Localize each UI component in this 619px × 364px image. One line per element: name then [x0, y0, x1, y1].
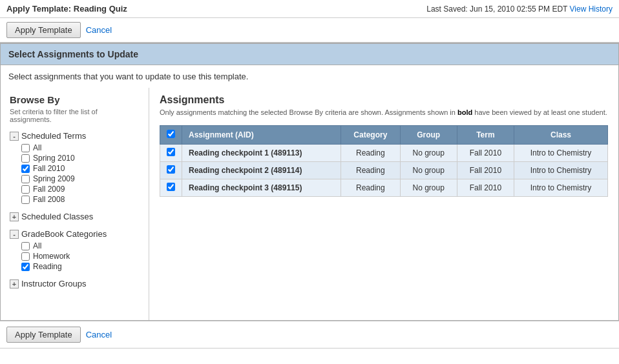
list-item: Fall 2010 [21, 164, 140, 173]
instructor-groups-section: + Instructor Groups [10, 279, 140, 288]
cancel-link-top[interactable]: Cancel [86, 25, 112, 35]
assignments-desc-end: have been viewed by at least one student… [472, 108, 607, 116]
category-cell: Reading [341, 162, 400, 179]
table-header-row: Assignment (AID) Category Group Term Cla… [160, 126, 608, 145]
row-checkbox[interactable] [167, 183, 175, 191]
list-item: All [21, 143, 140, 152]
assignments-desc-normal: Only assignments matching the selected B… [160, 108, 457, 116]
gradebook-categories-label: GradeBook Categories [21, 229, 107, 239]
instructor-groups-toggle: + [10, 279, 19, 288]
term-header: Term [457, 126, 514, 145]
term-fall2008-checkbox[interactable] [21, 196, 30, 204]
table-row: Reading checkpoint 2 (489114)ReadingNo g… [160, 162, 608, 179]
assignments-description: Only assignments matching the selected B… [160, 108, 608, 116]
assignment-name-cell: Reading checkpoint 1 (489113) [182, 145, 341, 162]
scheduled-classes-label: Scheduled Classes [21, 212, 93, 221]
term-spring2010-checkbox[interactable] [21, 154, 30, 163]
term-spring2009-label[interactable]: Spring 2009 [33, 174, 75, 183]
class-cell: Intro to Chemistry [514, 179, 607, 197]
browse-by-title: Browse By [10, 94, 140, 105]
group-header: Group [400, 126, 457, 145]
table-row: Reading checkpoint 3 (489115)ReadingNo g… [160, 179, 608, 197]
scheduled-classes-section: + Scheduled Classes [10, 212, 140, 221]
view-history-link[interactable]: View History [570, 5, 613, 14]
instructor-groups-header[interactable]: + Instructor Groups [10, 279, 140, 288]
select-all-checkbox[interactable] [167, 130, 175, 138]
row-checkbox[interactable] [167, 165, 175, 174]
scheduled-classes-header[interactable]: + Scheduled Classes [10, 212, 140, 221]
category-cell: Reading [341, 145, 400, 162]
list-item: All [21, 241, 140, 250]
list-item: Homework [21, 252, 140, 261]
category-homework-label[interactable]: Homework [33, 252, 70, 261]
assignments-title: Assignments [160, 94, 608, 106]
assignment-aid-header: Assignment (AID) [182, 126, 341, 145]
assignment-name-cell: Reading checkpoint 3 (489115) [182, 179, 341, 197]
category-homework-checkbox[interactable] [21, 252, 30, 261]
category-all-checkbox[interactable] [21, 242, 30, 250]
category-reading-label[interactable]: Reading [33, 262, 62, 271]
scheduled-terms-header[interactable]: - Scheduled Terms [10, 131, 140, 141]
term-fall2010-checkbox[interactable] [21, 165, 30, 173]
list-item: Fall 2009 [21, 185, 140, 194]
bottom-toolbar: Apply Template Cancel [0, 321, 619, 349]
class-cell: Intro to Chemistry [514, 162, 607, 179]
category-header: Category [341, 126, 400, 145]
title-name: Reading Quiz [74, 4, 127, 14]
assignments-desc-bold: bold [457, 108, 472, 116]
row-checkbox-cell [160, 162, 182, 179]
select-all-header [160, 126, 182, 145]
list-item: Reading [21, 262, 140, 271]
title-prefix: Apply Template: [6, 4, 74, 14]
gradebook-categories-section: - GradeBook Categories All Homework Read… [10, 229, 140, 271]
main-panel: Select Assignments to Update Select assi… [0, 43, 619, 321]
category-reading-checkbox[interactable] [21, 263, 30, 271]
scheduled-terms-label: Scheduled Terms [21, 131, 86, 141]
row-checkbox[interactable] [167, 148, 175, 156]
term-cell: Fall 2010 [457, 145, 514, 162]
term-cell: Fall 2010 [457, 162, 514, 179]
cancel-link-bottom[interactable]: Cancel [86, 330, 112, 339]
assignments-tbody: Reading checkpoint 1 (489113)ReadingNo g… [160, 145, 608, 197]
browse-by-description: Set criteria to filter the list of assig… [10, 108, 140, 123]
list-item: Spring 2010 [21, 154, 140, 163]
last-saved-text: Last Saved: Jun 15, 2010 02:55 PM EDT [426, 5, 567, 14]
instruction-text: Select assignments that you want to upda… [1, 65, 618, 88]
row-checkbox-cell [160, 145, 182, 162]
list-item: Spring 2009 [21, 174, 140, 183]
group-cell: No group [400, 179, 457, 197]
page-header: Apply Template: Reading Quiz Last Saved:… [0, 0, 619, 18]
top-toolbar: Apply Template Cancel [0, 18, 619, 43]
instructor-groups-label: Instructor Groups [21, 279, 86, 288]
list-item: Fall 2008 [21, 195, 140, 204]
apply-template-button-top[interactable]: Apply Template [6, 22, 81, 38]
assignments-table: Assignment (AID) Category Group Term Cla… [160, 125, 608, 197]
term-fall2009-checkbox[interactable] [21, 185, 30, 194]
assignments-panel: Assignments Only assignments matching th… [149, 88, 618, 320]
term-fall2009-label[interactable]: Fall 2009 [33, 185, 65, 194]
group-cell: No group [400, 162, 457, 179]
term-all-checkbox[interactable] [21, 144, 30, 152]
scheduled-terms-toggle: - [10, 132, 19, 141]
class-header: Class [514, 126, 607, 145]
browse-by-panel: Browse By Set criteria to filter the lis… [1, 88, 149, 320]
gradebook-categories-header[interactable]: - GradeBook Categories [10, 229, 140, 239]
scheduled-terms-items: All Spring 2010 Fall 2010 Spring 2009 [10, 143, 140, 204]
term-spring2010-label[interactable]: Spring 2010 [33, 154, 75, 163]
term-fall2010-label[interactable]: Fall 2010 [33, 164, 65, 173]
class-cell: Intro to Chemistry [514, 145, 607, 162]
row-checkbox-cell [160, 179, 182, 197]
scheduled-classes-toggle: + [10, 212, 19, 221]
term-fall2008-label[interactable]: Fall 2008 [33, 195, 65, 204]
term-spring2009-checkbox[interactable] [21, 175, 30, 183]
term-all-label[interactable]: All [33, 143, 41, 152]
last-saved: Last Saved: Jun 15, 2010 02:55 PM EDT Vi… [426, 5, 613, 14]
section-header: Select Assignments to Update [1, 43, 618, 65]
assignment-name-cell: Reading checkpoint 2 (489114) [182, 162, 341, 179]
scheduled-terms-section: - Scheduled Terms All Spring 2010 Fall 2… [10, 131, 140, 204]
term-cell: Fall 2010 [457, 179, 514, 197]
apply-template-button-bottom[interactable]: Apply Template [6, 327, 81, 343]
main-content: Browse By Set criteria to filter the lis… [1, 88, 618, 320]
category-all-label[interactable]: All [33, 241, 41, 250]
gradebook-categories-toggle: - [10, 230, 19, 239]
